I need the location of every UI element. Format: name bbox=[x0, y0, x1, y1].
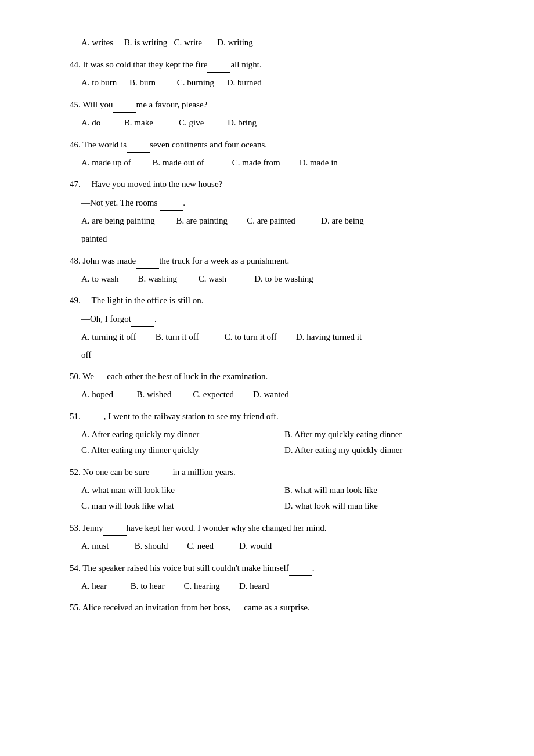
opt-47b: B. are painting bbox=[167, 216, 228, 225]
options-52: A. what man will look like B. what will … bbox=[81, 483, 488, 514]
options-54: A. hear B. to hear C. hearing D. heard bbox=[81, 578, 488, 594]
question-50-text: 50. We each other the best of luck in th… bbox=[70, 369, 488, 384]
options-49-cont: off bbox=[81, 347, 488, 363]
opt-52b: B. what will man look like bbox=[284, 483, 488, 498]
opt-50b: B. wished bbox=[126, 390, 172, 399]
question-55-text: 55. Alice received an invitation from he… bbox=[70, 600, 488, 615]
blank-52 bbox=[149, 464, 172, 480]
opt-44a: A. to burn bbox=[81, 78, 117, 87]
options-51: A. After eating quickly my dinner B. Aft… bbox=[81, 427, 488, 458]
blank-54 bbox=[289, 560, 312, 576]
opt-54c: C. hearing bbox=[177, 581, 220, 591]
opt-49a: A. turning it off bbox=[81, 332, 136, 341]
question-54: 54. The speaker raised his voice but sti… bbox=[70, 560, 488, 594]
opt-44b: B. burn bbox=[129, 78, 156, 87]
options-47-cont: painted bbox=[81, 231, 488, 247]
opt-47d-cont: painted bbox=[81, 234, 107, 243]
options-46: A. made up of B. made out of C. made fro… bbox=[81, 155, 488, 171]
opt-47c: C. are painted bbox=[240, 216, 295, 225]
question-47-text-a: 47. —Have you moved into the new house? bbox=[70, 177, 488, 192]
options-48: A. to wash B. washing C. wash D. to be w… bbox=[81, 271, 488, 287]
question-49-text-b: —Oh, I forgot . bbox=[81, 311, 488, 327]
blank-48 bbox=[136, 253, 159, 269]
question-53-text: 53. Jenny have kept her word. I wonder w… bbox=[70, 520, 488, 536]
opt-45a: A. do bbox=[81, 118, 100, 127]
blank-47 bbox=[160, 195, 183, 211]
question-55: 55. Alice received an invitation from he… bbox=[70, 600, 488, 615]
opt-48d: D. to be washing bbox=[239, 274, 313, 283]
blank-46 bbox=[127, 136, 150, 153]
opt-47a: A. are being painting bbox=[81, 216, 155, 225]
question-46-text: 46. The world is seven continents and fo… bbox=[70, 136, 488, 153]
opt-52c: C. man will look like what bbox=[81, 498, 284, 514]
opt-48c: C. wash bbox=[190, 274, 226, 283]
opt-50a: A. hoped bbox=[81, 390, 113, 399]
opt-45b: B. make bbox=[113, 118, 153, 127]
question-51-text: 51. , I went to the railway station to s… bbox=[70, 408, 488, 424]
opt-53a: A. must bbox=[81, 541, 109, 550]
question-47-text-b: —Not yet. The rooms . bbox=[81, 195, 488, 211]
header-options: A. writes B. is writing C. write D. writ… bbox=[70, 35, 488, 51]
question-44: 44. It was so cold that they kept the fi… bbox=[70, 56, 488, 91]
blank-51 bbox=[81, 408, 104, 424]
question-48: 48. John was made the truck for a week a… bbox=[70, 253, 488, 287]
question-48-text: 48. John was made the truck for a week a… bbox=[70, 253, 488, 269]
question-47: 47. —Have you moved into the new house? … bbox=[70, 177, 488, 247]
blank-49 bbox=[131, 311, 154, 327]
opt-45c: C. give bbox=[166, 118, 204, 127]
question-52-text: 52. No one can be sure in a million year… bbox=[70, 464, 488, 480]
opt-48a: A. to wash bbox=[81, 274, 119, 283]
question-51: 51. , I went to the railway station to s… bbox=[70, 408, 488, 458]
opt-51b: B. After my quickly eating dinner bbox=[284, 427, 488, 442]
opt-51c: C. After eating my dinner quickly bbox=[81, 442, 284, 458]
opt-52a: A. what man will look like bbox=[81, 483, 284, 498]
opt-46d: D. made in bbox=[293, 158, 337, 167]
options-53: A. must B. should C. need D. would bbox=[81, 538, 488, 554]
question-44-text: 44. It was so cold that they kept the fi… bbox=[70, 56, 488, 73]
opt-45d: D. bring bbox=[217, 118, 257, 127]
opt-49d-cont: off bbox=[81, 350, 91, 359]
opt-46a: A. made up of bbox=[81, 158, 131, 167]
blank-44 bbox=[207, 56, 230, 73]
opt-54d: D. heard bbox=[233, 581, 269, 591]
options-50: A. hoped B. wished C. expected D. wanted bbox=[81, 387, 488, 402]
opt-50d: D. wanted bbox=[247, 390, 289, 399]
question-49-text-a: 49. —The light in the office is still on… bbox=[70, 293, 488, 308]
blank-53 bbox=[103, 520, 127, 536]
options-row: A. writes B. is writing C. write D. writ… bbox=[81, 35, 488, 51]
opt-54b: B. to hear bbox=[120, 581, 164, 591]
opt-53b: B. should bbox=[121, 541, 168, 550]
opt-53c: C. need bbox=[181, 541, 214, 550]
question-54-text: 54. The speaker raised his voice but sti… bbox=[70, 560, 488, 576]
opt-49b: B. turn it off bbox=[149, 332, 199, 341]
question-list: A. writes B. is writing C. write D. writ… bbox=[70, 35, 488, 615]
option-text: A. writes B. is writing C. write D. writ… bbox=[81, 38, 253, 47]
question-45: 45. Will you me a favour, please? A. do … bbox=[70, 96, 488, 131]
question-50: 50. We each other the best of luck in th… bbox=[70, 369, 488, 402]
opt-50c: C. expected bbox=[184, 390, 234, 399]
opt-44d: D. burned bbox=[227, 78, 262, 87]
options-44: A. to burn B. burn C. burning D. burned bbox=[81, 75, 488, 91]
opt-44c: C. burning bbox=[168, 78, 214, 87]
question-53: 53. Jenny have kept her word. I wonder w… bbox=[70, 520, 488, 554]
opt-48b: B. washing bbox=[131, 274, 177, 283]
blank-45 bbox=[113, 96, 136, 113]
opt-53d: D. would bbox=[226, 541, 272, 550]
opt-49c: C. to turn it off bbox=[211, 332, 277, 341]
question-45-text: 45. Will you me a favour, please? bbox=[70, 96, 488, 113]
opt-47d: D. are being bbox=[308, 216, 364, 225]
options-49: A. turning it off B. turn it off C. to t… bbox=[81, 329, 488, 345]
opt-46b: B. made out of bbox=[144, 158, 204, 167]
opt-51a: A. After eating quickly my dinner bbox=[81, 427, 284, 442]
opt-51d: D. After eating my quickly dinner bbox=[284, 442, 488, 458]
question-49: 49. —The light in the office is still on… bbox=[70, 293, 488, 363]
opt-46c: C. made from bbox=[217, 158, 280, 167]
options-47: A. are being painting B. are painting C.… bbox=[81, 213, 488, 229]
options-45: A. do B. make C. give D. bring bbox=[81, 115, 488, 131]
opt-52d: D. what look will man like bbox=[284, 498, 488, 514]
question-52: 52. No one can be sure in a million year… bbox=[70, 464, 488, 514]
opt-54a: A. hear bbox=[81, 581, 107, 591]
question-46: 46. The world is seven continents and fo… bbox=[70, 136, 488, 171]
opt-49d: D. having turned it bbox=[290, 332, 362, 341]
